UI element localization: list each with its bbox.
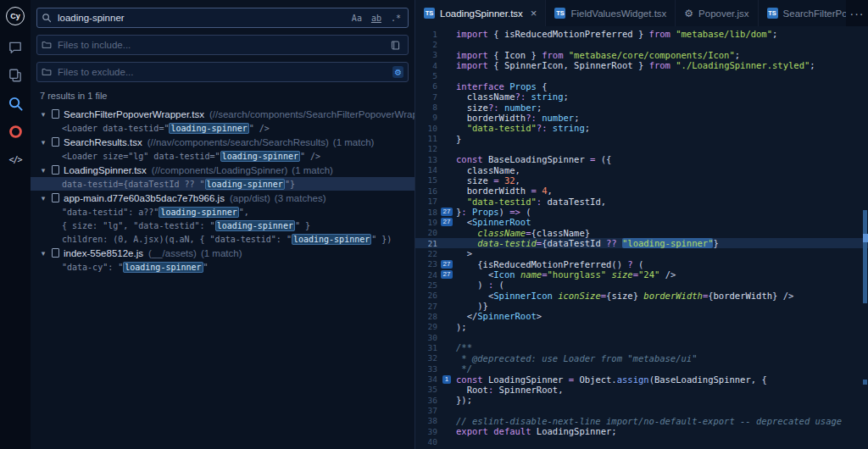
code-line[interactable]: 20 className={className}: [415, 228, 868, 238]
snippet-before: children: (0, A.jsx)(q.aN, { "data-testi…: [62, 235, 292, 244]
search-icon[interactable]: [5, 93, 25, 114]
code-token: 32: [504, 175, 515, 186]
code-token: size: [467, 103, 488, 113]
code-line[interactable]: 13const BaseLoadingSpinner = ({: [415, 154, 868, 164]
code-line[interactable]: 16 borderWidth = 4,: [415, 186, 868, 196]
code-line[interactable]: 8 size?: number;: [415, 102, 868, 112]
code-line[interactable]: 21 data-testid={dataTestId ?? "loading-s…: [415, 238, 868, 248]
gutter-badge[interactable]: 27: [441, 218, 453, 226]
record-icon[interactable]: [5, 121, 25, 141]
search-result-file[interactable]: ▾SearchFilterPopoverWrapper.tsx(//search…: [31, 107, 415, 121]
code-token: SpinnerRoot: [477, 311, 537, 321]
gutter-badge[interactable]: 27: [441, 270, 453, 279]
code-text: * @deprecated: use Loader from "metabase…: [456, 353, 697, 363]
regex-toggle[interactable]: .*: [388, 13, 403, 24]
code-line[interactable]: 28 </SpinnerRoot>: [415, 311, 868, 321]
code-line[interactable]: 30: [415, 332, 868, 342]
code-line[interactable]: 2: [415, 39, 868, 49]
code-line[interactable]: 1927 <SpinnerRoot: [415, 217, 868, 227]
editor-tab[interactable]: TSFieldValuesWidget.tsx: [546, 0, 676, 26]
code-line[interactable]: 35 Root: SpinnerRoot,: [415, 385, 868, 395]
gutter-badge[interactable]: 27: [441, 208, 453, 216]
code-line[interactable]: 31/**: [415, 342, 868, 352]
code-line[interactable]: 27 )}: [415, 301, 868, 311]
code-line[interactable]: 12: [415, 144, 868, 154]
code-line[interactable]: 22 >: [415, 248, 868, 258]
search-result-file[interactable]: ▾LoadingSpinner.tsx(//components/Loading…: [31, 163, 415, 177]
code-line[interactable]: 341const LoadingSpinner = Object.assign(…: [415, 374, 868, 384]
chevron-down-icon[interactable]: ▾: [39, 249, 47, 258]
open-editors-book-icon[interactable]: [387, 39, 403, 52]
code-line[interactable]: 36});: [415, 395, 868, 405]
search-result-match[interactable]: { size: "lg", "data-testid": "loading-sp…: [31, 219, 415, 232]
code-line[interactable]: 38// eslint-disable-next-line import/no-…: [415, 416, 868, 426]
search-result-file[interactable]: ▾SearchResults.tsx(//nav/components/sear…: [31, 135, 415, 149]
editor-tab[interactable]: TSLoadingSpinner.tsx×: [415, 0, 546, 26]
search-result-file[interactable]: ▾app-main.d77e60a3b5dac7e7b966.js(app/di…: [31, 191, 415, 205]
code-line[interactable]: 33 */: [415, 363, 868, 374]
folder-icon: [42, 67, 52, 77]
gutter-badge[interactable]: 27: [441, 260, 453, 269]
code-line[interactable]: 1827}: Props) => (: [415, 207, 868, 217]
code-line[interactable]: 26 <SpinnerIcon iconSize={size} borderWi…: [415, 291, 868, 301]
gutter-badge[interactable]: 1: [442, 375, 451, 384]
search-result-file[interactable]: ▾index-55e8512e.js(__/assets)(1 match): [31, 246, 415, 260]
code-line[interactable]: 2327 {isReducedMotionPreferred() ? (: [415, 259, 868, 269]
code-line[interactable]: 9 borderWidth?: number;: [415, 113, 868, 123]
files-exclude-input[interactable]: [56, 66, 388, 78]
code-line[interactable]: 2427 <Icon name="hourglass" size="24" />: [415, 269, 868, 280]
code-line[interactable]: 10 "data-testid"?: string;: [415, 123, 868, 133]
copy-files-icon[interactable]: [5, 65, 25, 86]
tab-label: FieldValuesWidget.tsx: [570, 8, 666, 19]
editor-tab[interactable]: ⚙Popover.jsx: [676, 0, 758, 26]
code-token: }: [526, 50, 542, 60]
code-line[interactable]: 32 * @deprecated: use Loader from "metab…: [415, 353, 868, 363]
match-case-toggle[interactable]: Aa: [349, 13, 364, 24]
code-token: ?:: [526, 113, 537, 123]
code-line[interactable]: 29);: [415, 322, 868, 332]
code-token: import: [456, 29, 488, 39]
chat-icon[interactable]: [5, 37, 25, 58]
code-line[interactable]: 17 "data-testid": dataTestId,: [415, 197, 868, 207]
app-logo[interactable]: Cy: [6, 7, 25, 25]
search-input[interactable]: [56, 12, 345, 24]
search-result-match[interactable]: <Loader size="lg" data-testid="loading-s…: [31, 149, 415, 163]
code-line[interactable]: 1import { isReducedMotionPreferred } fro…: [415, 29, 868, 39]
code-line[interactable]: 37: [415, 405, 868, 415]
code-token: ;: [772, 29, 777, 39]
tab-close-icon[interactable]: ×: [531, 7, 537, 19]
chevron-down-icon[interactable]: ▾: [39, 194, 47, 202]
exclude-settings-gear-icon[interactable]: ⚙: [392, 66, 403, 78]
search-result-match[interactable]: "data-cy": "loading-spinner": [31, 260, 415, 274]
code-line[interactable]: 11}: [415, 133, 868, 143]
search-result-match[interactable]: data-testid={dataTestId ?? "loading-spin…: [31, 177, 415, 191]
code-line[interactable]: 40: [415, 436, 868, 446]
file-path: (//nav/components/search/SearchResults): [147, 137, 329, 147]
code-line[interactable]: 14 className,: [415, 164, 868, 175]
chevron-down-icon[interactable]: ▾: [39, 166, 47, 175]
chevron-down-icon[interactable]: ▾: [39, 138, 47, 147]
code-line[interactable]: 15 size = 32,: [415, 175, 868, 186]
code-line[interactable]: 3import { Icon } from "metabase/core/com…: [415, 50, 868, 60]
search-result-match[interactable]: "data-testid": a??"loading-spinner",: [31, 205, 415, 219]
chevron-down-icon[interactable]: ▾: [39, 110, 47, 119]
search-result-match[interactable]: <Loader data-testid="loading-spinner" />: [31, 121, 415, 135]
code-line[interactable]: 6interface Props {: [415, 81, 868, 91]
search-result-match[interactable]: children: (0, A.jsx)(q.aN, { "data-testi…: [31, 232, 415, 246]
code-line[interactable]: 25 ) : (: [415, 280, 868, 290]
code-line[interactable]: 39export default LoadingSpinner;: [415, 426, 868, 436]
code-editor[interactable]: 1import { isReducedMotionPreferred } fro…: [415, 26, 868, 449]
overview-ruler[interactable]: [861, 26, 868, 449]
code-line[interactable]: 5: [415, 70, 868, 80]
files-include-input[interactable]: [56, 39, 383, 51]
line-number: 24: [415, 270, 437, 280]
whole-word-toggle[interactable]: ab: [369, 13, 384, 24]
more-actions-icon[interactable]: ···: [846, 0, 868, 26]
code-icon[interactable]: </>: [5, 149, 25, 169]
snippet-after: " />: [300, 152, 320, 161]
code-token: "loading-spinner": [622, 238, 713, 248]
code-line[interactable]: 7 className?: string;: [415, 91, 868, 102]
code-line[interactable]: 4import { SpinnerIcon, SpinnerRoot } fro…: [415, 60, 868, 70]
editor-tab[interactable]: TSSearchFilterPopover.tsx: [759, 0, 846, 26]
match-count: (1 match): [333, 137, 375, 147]
